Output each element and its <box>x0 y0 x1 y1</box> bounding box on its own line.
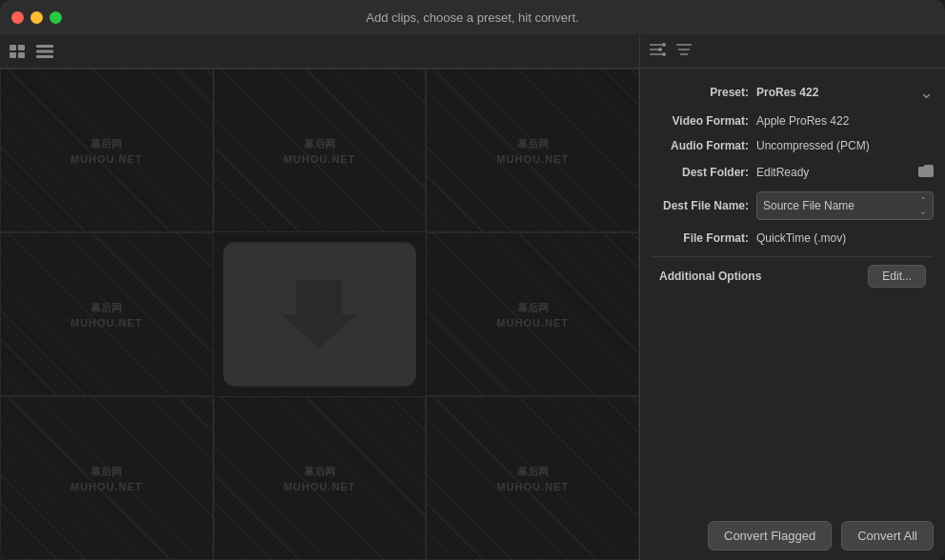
maximize-button[interactable] <box>50 11 62 24</box>
edit-button[interactable]: Edit... <box>868 265 926 288</box>
svg-rect-1 <box>18 45 25 50</box>
clip-cell-8[interactable]: 幕后网 MUHOU.NET <box>213 396 427 560</box>
watermark-6: 幕后网 MUHOU.NET <box>496 300 569 329</box>
svg-rect-3 <box>18 52 25 58</box>
divider <box>652 256 934 257</box>
clip-cell-4[interactable]: 幕后网 MUHOU.NET <box>0 232 213 396</box>
dest-folder-label: Dest Folder: <box>652 166 756 179</box>
sliders-icon[interactable] <box>650 43 667 60</box>
drop-zone[interactable] <box>223 242 417 387</box>
watermark-1: 幕后网 MUHOU.NET <box>70 136 143 165</box>
dest-file-name-value: Source File Name <box>763 199 855 212</box>
window-title: Add clips, choose a preset, hit convert. <box>366 10 578 25</box>
svg-point-13 <box>662 52 666 56</box>
traffic-lights <box>11 11 62 24</box>
dest-folder-value: EditReady <box>756 166 913 179</box>
watermark-7: 幕后网 MUHOU.NET <box>70 464 143 492</box>
titlebar: Add clips, choose a preset, hit convert. <box>0 0 945 34</box>
additional-options-row: Additional Options Edit... <box>652 265 934 288</box>
svg-rect-4 <box>36 45 53 48</box>
svg-point-11 <box>662 43 666 47</box>
dest-file-name-select[interactable]: Source File Name ⌃⌄ <box>756 191 934 220</box>
settings-content: Preset: ProRes 422 ⌄ Video Format: Apple… <box>640 69 945 508</box>
drop-arrow-icon <box>281 276 357 352</box>
convert-flagged-button[interactable]: Convert Flagged <box>708 521 832 550</box>
svg-point-12 <box>658 48 662 51</box>
watermark-9: 幕后网 MUHOU.NET <box>496 464 569 492</box>
convert-buttons-area: Convert Flagged Convert All <box>640 508 945 560</box>
settings-panel: Preset: ProRes 422 ⌄ Video Format: Apple… <box>640 34 945 560</box>
file-format-value: QuickTime (.mov) <box>756 231 934 245</box>
preset-row: Preset: ProRes 422 ⌄ <box>652 82 934 103</box>
video-format-value: Apple ProRes 422 <box>756 114 934 128</box>
select-chevron-icon: ⌃⌄ <box>919 195 927 216</box>
main-content: 幕后网 MUHOU.NET 幕后网 MUHOU.NET 幕后网 MUHOU.NE… <box>0 34 945 560</box>
video-format-label: Video Format: <box>652 114 756 128</box>
dest-file-name-row: Dest File Name: Source File Name ⌃⌄ <box>652 191 934 220</box>
watermark-3: 幕后网 MUHOU.NET <box>496 136 569 165</box>
grid-view-icon[interactable] <box>10 45 27 58</box>
svg-rect-5 <box>36 50 53 52</box>
file-format-label: File Format: <box>652 231 756 245</box>
svg-rect-6 <box>36 55 53 58</box>
svg-marker-7 <box>281 280 357 349</box>
file-format-row: File Format: QuickTime (.mov) <box>652 231 934 245</box>
clip-cell-1[interactable]: 幕后网 MUHOU.NET <box>0 69 213 232</box>
settings-toolbar <box>640 34 945 69</box>
audio-format-row: Audio Format: Uncompressed (PCM) <box>652 139 934 152</box>
watermark-4: 幕后网 MUHOU.NET <box>70 300 143 329</box>
clip-cell-6[interactable]: 幕后网 MUHOU.NET <box>426 232 639 396</box>
folder-icon[interactable] <box>918 164 934 180</box>
filter-icon[interactable] <box>676 43 692 60</box>
dest-folder-row: Dest Folder: EditReady <box>652 164 934 180</box>
clips-toolbar <box>0 34 639 69</box>
convert-all-button[interactable]: Convert All <box>841 521 934 550</box>
video-format-row: Video Format: Apple ProRes 422 <box>652 114 934 128</box>
clip-cell-2[interactable]: 幕后网 MUHOU.NET <box>213 69 427 232</box>
svg-rect-2 <box>10 52 16 58</box>
clip-cell-7[interactable]: 幕后网 MUHOU.NET <box>0 396 213 560</box>
minimize-button[interactable] <box>30 11 43 24</box>
dest-file-name-label: Dest File Name: <box>652 199 756 212</box>
audio-format-label: Audio Format: <box>652 139 756 152</box>
list-view-icon[interactable] <box>36 45 53 58</box>
clip-cell-3[interactable]: 幕后网 MUHOU.NET <box>426 69 639 232</box>
clips-grid: 幕后网 MUHOU.NET 幕后网 MUHOU.NET 幕后网 MUHOU.NE… <box>0 69 639 560</box>
audio-format-value: Uncompressed (PCM) <box>756 139 934 152</box>
watermark-8: 幕后网 MUHOU.NET <box>284 464 356 492</box>
additional-options-label: Additional Options <box>659 270 761 283</box>
clip-cell-9[interactable]: 幕后网 MUHOU.NET <box>426 396 639 560</box>
svg-rect-0 <box>10 45 16 50</box>
watermark-2: 幕后网 MUHOU.NET <box>284 136 356 165</box>
preset-chevron-icon[interactable]: ⌄ <box>919 82 934 103</box>
preset-label: Preset: <box>652 86 756 99</box>
clips-panel: 幕后网 MUHOU.NET 幕后网 MUHOU.NET 幕后网 MUHOU.NE… <box>0 34 640 560</box>
preset-value: ProRes 422 <box>756 86 919 99</box>
close-button[interactable] <box>11 11 24 24</box>
